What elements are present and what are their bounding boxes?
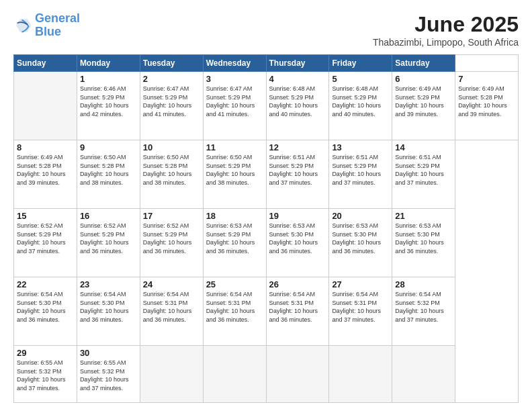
calendar-cell: 5 Sunrise: 6:48 AM Sunset: 5:29 PM Dayli… (329, 72, 392, 140)
day-info: Sunrise: 6:48 AM Sunset: 5:29 PM Dayligh… (269, 85, 326, 118)
day-number: 7 (458, 74, 515, 84)
day-number: 12 (269, 142, 326, 152)
day-info: Sunrise: 6:53 AM Sunset: 5:29 PM Dayligh… (206, 222, 263, 255)
calendar-cell: 18 Sunrise: 6:53 AM Sunset: 5:29 PM Dayl… (203, 208, 266, 277)
day-info: Sunrise: 6:50 AM Sunset: 5:28 PM Dayligh… (143, 153, 200, 187)
day-info: Sunrise: 6:49 AM Sunset: 5:28 PM Dayligh… (458, 85, 515, 118)
day-number: 24 (143, 279, 200, 289)
col-header-monday: Monday (77, 55, 140, 72)
calendar-cell: 29 Sunrise: 6:55 AM Sunset: 5:32 PM Dayl… (14, 345, 77, 402)
header: General Blue June 2025 Thabazimbi, Limpo… (13, 12, 519, 48)
day-number: 29 (17, 348, 74, 358)
day-number: 8 (17, 142, 74, 152)
calendar-cell: 16 Sunrise: 6:52 AM Sunset: 5:29 PM Dayl… (77, 208, 140, 277)
day-info: Sunrise: 6:49 AM Sunset: 5:29 PM Dayligh… (395, 85, 452, 118)
col-header-wednesday: Wednesday (203, 55, 266, 72)
day-info: Sunrise: 6:52 AM Sunset: 5:29 PM Dayligh… (143, 222, 200, 255)
day-info: Sunrise: 6:50 AM Sunset: 5:28 PM Dayligh… (80, 153, 137, 187)
day-number: 28 (395, 279, 452, 289)
day-info: Sunrise: 6:48 AM Sunset: 5:29 PM Dayligh… (332, 85, 389, 118)
day-number: 10 (143, 142, 200, 152)
calendar-cell: 10 Sunrise: 6:50 AM Sunset: 5:28 PM Dayl… (140, 140, 203, 208)
day-number: 25 (206, 279, 263, 289)
calendar-cell: 27 Sunrise: 6:54 AM Sunset: 5:31 PM Dayl… (329, 277, 392, 345)
day-number: 2 (143, 74, 200, 84)
calendar-cell: 14 Sunrise: 6:51 AM Sunset: 5:29 PM Dayl… (392, 140, 455, 208)
calendar-cell: 2 Sunrise: 6:47 AM Sunset: 5:29 PM Dayli… (140, 72, 203, 140)
page: General Blue June 2025 Thabazimbi, Limpo… (0, 0, 532, 411)
calendar-header-row: Sunday Monday Tuesday Wednesday Thursday… (14, 55, 519, 72)
calendar-cell (14, 72, 77, 140)
day-info: Sunrise: 6:53 AM Sunset: 5:30 PM Dayligh… (332, 222, 389, 255)
day-info: Sunrise: 6:54 AM Sunset: 5:31 PM Dayligh… (332, 290, 389, 324)
day-number: 4 (269, 74, 326, 84)
day-info: Sunrise: 6:53 AM Sunset: 5:30 PM Dayligh… (395, 222, 452, 255)
day-info: Sunrise: 6:50 AM Sunset: 5:29 PM Dayligh… (206, 153, 263, 187)
logo-general: General (35, 11, 80, 25)
day-number: 6 (395, 74, 452, 84)
calendar-cell (203, 345, 266, 402)
calendar-cell (140, 345, 203, 402)
day-number: 14 (395, 142, 452, 152)
calendar-cell: 1 Sunrise: 6:46 AM Sunset: 5:29 PM Dayli… (77, 72, 140, 140)
calendar-cell: 21 Sunrise: 6:53 AM Sunset: 5:30 PM Dayl… (392, 208, 455, 277)
day-number: 9 (80, 142, 137, 152)
day-info: Sunrise: 6:55 AM Sunset: 5:32 PM Dayligh… (17, 359, 74, 392)
calendar-cell: 6 Sunrise: 6:49 AM Sunset: 5:29 PM Dayli… (392, 72, 455, 140)
day-number: 17 (143, 211, 200, 221)
day-number: 15 (17, 211, 74, 221)
calendar-cell: 22 Sunrise: 6:54 AM Sunset: 5:30 PM Dayl… (14, 277, 77, 345)
day-number: 5 (332, 74, 389, 84)
calendar-table: Sunday Monday Tuesday Wednesday Thursday… (13, 54, 519, 403)
day-info: Sunrise: 6:54 AM Sunset: 5:30 PM Dayligh… (80, 290, 137, 324)
title-area: June 2025 Thabazimbi, Limpopo, South Afr… (373, 12, 519, 48)
calendar-cell: 9 Sunrise: 6:50 AM Sunset: 5:28 PM Dayli… (77, 140, 140, 208)
col-header-tuesday: Tuesday (140, 55, 203, 72)
calendar-cell: 23 Sunrise: 6:54 AM Sunset: 5:30 PM Dayl… (77, 277, 140, 345)
calendar-cell: 20 Sunrise: 6:53 AM Sunset: 5:30 PM Dayl… (329, 208, 392, 277)
calendar-cell: 28 Sunrise: 6:54 AM Sunset: 5:32 PM Dayl… (392, 277, 455, 345)
calendar-cell: 13 Sunrise: 6:51 AM Sunset: 5:29 PM Dayl… (329, 140, 392, 208)
day-info: Sunrise: 6:51 AM Sunset: 5:29 PM Dayligh… (332, 153, 389, 187)
day-info: Sunrise: 6:47 AM Sunset: 5:29 PM Dayligh… (143, 85, 200, 118)
day-info: Sunrise: 6:54 AM Sunset: 5:31 PM Dayligh… (206, 290, 263, 324)
calendar-cell (392, 345, 455, 402)
day-number: 16 (80, 211, 137, 221)
day-number: 26 (269, 279, 326, 289)
day-number: 18 (206, 211, 263, 221)
calendar-cell: 17 Sunrise: 6:52 AM Sunset: 5:29 PM Dayl… (140, 208, 203, 277)
calendar-cell: 26 Sunrise: 6:54 AM Sunset: 5:31 PM Dayl… (266, 277, 329, 345)
day-number: 23 (80, 279, 137, 289)
day-number: 19 (269, 211, 326, 221)
day-number: 13 (332, 142, 389, 152)
day-number: 30 (80, 348, 137, 358)
logo-icon (13, 16, 32, 35)
day-number: 3 (206, 74, 263, 84)
calendar-cell: 7 Sunrise: 6:49 AM Sunset: 5:28 PM Dayli… (455, 72, 519, 140)
calendar-cell: 15 Sunrise: 6:52 AM Sunset: 5:29 PM Dayl… (14, 208, 77, 277)
day-info: Sunrise: 6:49 AM Sunset: 5:28 PM Dayligh… (17, 153, 74, 187)
day-number: 21 (395, 211, 452, 221)
col-header-sunday: Sunday (14, 55, 77, 72)
day-number: 27 (332, 279, 389, 289)
calendar-cell: 11 Sunrise: 6:50 AM Sunset: 5:29 PM Dayl… (203, 140, 266, 208)
calendar-cell: 30 Sunrise: 6:55 AM Sunset: 5:32 PM Dayl… (77, 345, 140, 402)
day-info: Sunrise: 6:55 AM Sunset: 5:32 PM Dayligh… (80, 359, 137, 392)
day-info: Sunrise: 6:47 AM Sunset: 5:29 PM Dayligh… (206, 85, 263, 118)
day-info: Sunrise: 6:54 AM Sunset: 5:31 PM Dayligh… (269, 290, 326, 324)
day-info: Sunrise: 6:54 AM Sunset: 5:32 PM Dayligh… (395, 290, 452, 324)
col-header-saturday: Saturday (392, 55, 455, 72)
day-info: Sunrise: 6:52 AM Sunset: 5:29 PM Dayligh… (17, 222, 74, 255)
day-info: Sunrise: 6:54 AM Sunset: 5:31 PM Dayligh… (143, 290, 200, 324)
day-number: 11 (206, 142, 263, 152)
day-number: 1 (80, 74, 137, 84)
calendar-cell (266, 345, 329, 402)
calendar-cell: 3 Sunrise: 6:47 AM Sunset: 5:29 PM Dayli… (203, 72, 266, 140)
calendar-cell (329, 345, 392, 402)
day-info: Sunrise: 6:51 AM Sunset: 5:29 PM Dayligh… (269, 153, 326, 187)
location: Thabazimbi, Limpopo, South Africa (373, 37, 519, 48)
logo-blue: Blue (35, 25, 61, 38)
month-title: June 2025 (373, 12, 519, 37)
logo: General Blue (13, 12, 80, 39)
calendar-cell: 12 Sunrise: 6:51 AM Sunset: 5:29 PM Dayl… (266, 140, 329, 208)
